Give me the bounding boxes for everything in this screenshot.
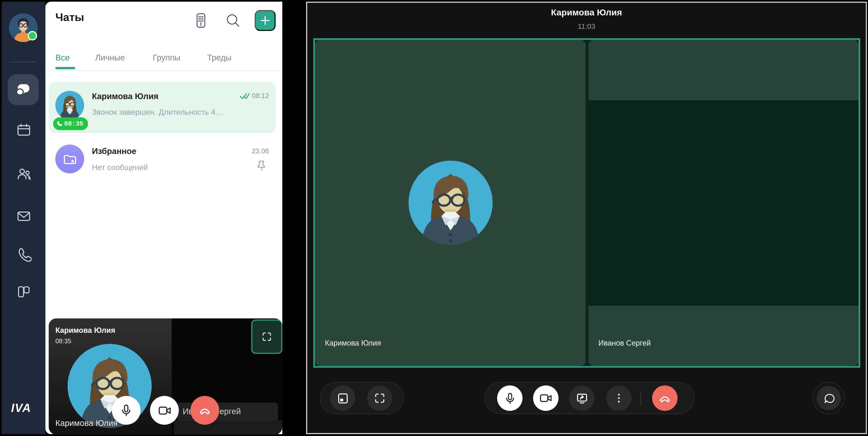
call-title: Каримова Юлия (307, 8, 866, 18)
video-tile-ivanov: Иванов Сергей (589, 40, 859, 366)
mail-icon (16, 208, 31, 224)
screen-share-icon (576, 392, 588, 405)
open-chat-button[interactable] (812, 382, 844, 414)
dialpad-button[interactable] (192, 12, 209, 29)
more-options-button[interactable] (606, 385, 632, 411)
controls-divider (641, 391, 641, 406)
online-status-dot (28, 31, 37, 40)
chat-preview: Звонок завершен. Длительность 4… (92, 108, 269, 116)
mini-camera-button[interactable] (150, 396, 179, 425)
hangup-button[interactable] (652, 385, 678, 411)
microphone-icon (120, 404, 133, 417)
sidebar-item-chats[interactable] (8, 74, 39, 105)
sidebar-item-apps[interactable] (16, 284, 31, 299)
participant-name: Каримова Юлия (55, 418, 118, 428)
microphone-icon (503, 392, 516, 405)
folder-star-icon (62, 151, 77, 167)
avatar (408, 161, 492, 244)
favorites-avatar (55, 145, 84, 173)
picture-in-picture-button[interactable] (330, 385, 355, 411)
chat-meta: 08:12 (240, 92, 269, 100)
dialpad-icon (192, 12, 209, 29)
chat-preview: Нет сообщений (92, 163, 269, 172)
tab-personal[interactable]: Личные (95, 53, 125, 62)
chat-list-item-karimova[interactable]: Каримова Юлия 08:12 Звонок завершен. Дли… (49, 82, 276, 133)
more-options-icon (613, 393, 624, 404)
chat-panel: Чаты Все Личные Группы Треды (45, 2, 282, 434)
screen-share-button[interactable] (569, 385, 594, 411)
mini-hangup-button[interactable] (190, 396, 219, 425)
search-button[interactable] (225, 12, 242, 29)
chat-name: Каримова Юлия (92, 91, 158, 101)
chat-name: Избранное (92, 146, 136, 155)
app-screen: IVA Чаты Все Личные (0, 0, 868, 436)
plus-icon (260, 16, 270, 25)
hangup-icon (658, 391, 672, 405)
chat-time: 08:12 (252, 92, 269, 100)
sidebar: IVA (2, 2, 45, 434)
picture-in-picture-icon (336, 392, 349, 405)
sidebar-item-calls[interactable] (16, 246, 31, 262)
mini-call-title: Каримова Юлия (55, 326, 115, 335)
mini-expand-button[interactable] (251, 319, 282, 354)
fullscreen-icon (374, 392, 386, 404)
video-feed-area (589, 100, 859, 306)
chat-time: 23.06 (252, 147, 269, 155)
active-tab-underline (55, 67, 75, 69)
mini-bottom-strip (174, 420, 282, 435)
search-icon (225, 12, 242, 29)
mini-call-window: Каримова Юлия Иванов Сергей Каримова Юли… (49, 318, 282, 435)
call-duration: 08:35 (64, 120, 83, 127)
phone-badge-icon (57, 121, 63, 127)
video-stage: Каримова Юлия Иванов Сергей (313, 38, 860, 368)
participant-name: Каримова Юлия (325, 339, 381, 347)
sidebar-divider (9, 61, 37, 62)
chat-meta: 23.06 (252, 147, 269, 155)
new-chat-button[interactable] (255, 10, 276, 31)
camera-icon (539, 391, 553, 405)
page-title: Чаты (55, 11, 84, 24)
call-elapsed-time: 11:03 (307, 22, 866, 30)
tabs-divider (45, 70, 282, 71)
iva-logo: IVA (11, 402, 31, 415)
calendar-icon (16, 122, 31, 138)
pinned-icon (257, 160, 266, 174)
apps-icon (16, 284, 31, 299)
camera-button[interactable] (533, 385, 559, 411)
double-check-icon (240, 93, 249, 99)
participant-name: Иванов Сергей (598, 339, 651, 347)
fullscreen-icon (261, 331, 272, 342)
mic-button[interactable] (497, 385, 523, 411)
mini-mic-button[interactable] (112, 396, 141, 425)
contacts-icon (16, 166, 31, 181)
chat-bubble-icon (823, 393, 835, 404)
avatar (55, 91, 84, 120)
chat-button-inner (816, 386, 841, 410)
hangup-icon (198, 403, 212, 417)
tab-all[interactable]: Все (55, 53, 70, 62)
chat-list-item-favorites[interactable]: Избранное 23.06 Нет сообщений (49, 139, 276, 183)
tab-groups[interactable]: Группы (153, 53, 180, 62)
call-duration-badge: 08:35 (53, 117, 88, 130)
call-window: Каримова Юлия 11:03 Каримова Юлия Иванов… (306, 2, 867, 434)
chats-icon (15, 81, 32, 98)
fullscreen-button[interactable] (367, 385, 393, 411)
sidebar-item-contacts[interactable] (16, 166, 31, 181)
phone-icon (16, 246, 31, 261)
mini-call-duration: 08:35 (55, 338, 71, 344)
call-controls-group (484, 382, 695, 414)
sidebar-item-mail[interactable] (16, 208, 31, 224)
tab-threads[interactable]: Треды (207, 53, 231, 62)
camera-icon (157, 403, 171, 417)
view-controls-group (320, 382, 404, 414)
video-tile-karimova: Каримова Юлия (315, 40, 586, 366)
sidebar-item-calendar[interactable] (16, 122, 31, 138)
